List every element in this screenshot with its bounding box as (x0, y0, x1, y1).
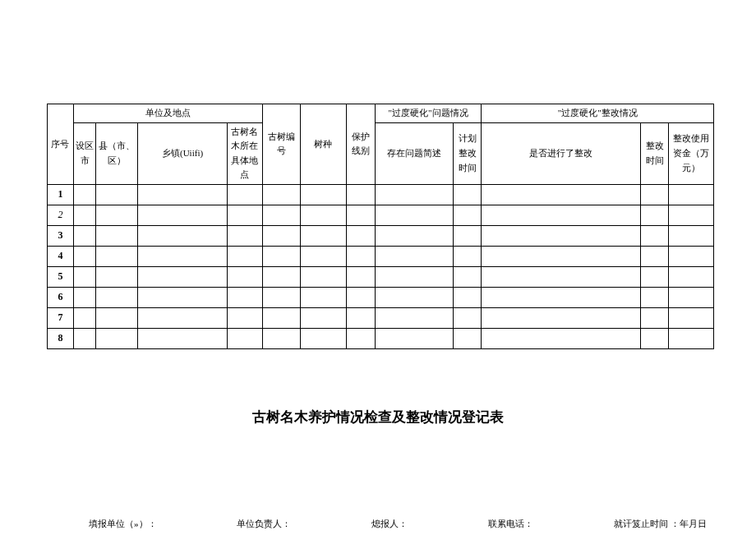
registration-table: 序号 单位及地点 古树编号 树种 保护线别 "过度硬化"问题情况 "过度硬化"整… (47, 104, 714, 349)
footer-contact: 联累电话： (488, 518, 533, 530)
table-row: 8 (48, 328, 714, 348)
header-specific-loc: 古树名木所在具体地点 (227, 122, 262, 184)
table-row: 7 (48, 307, 714, 328)
registration-table-container: 序号 单位及地点 古树编号 树种 保护线别 "过度硬化"问题情况 "过度硬化"整… (47, 104, 714, 349)
header-problem-group: "过度硬化"问题情况 (375, 104, 482, 123)
table-row: 2 (48, 205, 714, 225)
row-seq: 3 (48, 225, 74, 246)
header-tree-number: 古树编号 (262, 104, 300, 185)
header-rectify-time: 整改时间 (641, 122, 669, 184)
header-plan-time: 计划整改时间 (454, 122, 482, 184)
table-row: 4 (48, 246, 714, 266)
header-problem-desc: 存在问题简述 (375, 122, 454, 184)
footer-fill-unit: 填报单位（»）： (89, 518, 157, 530)
header-rectify-done: 是否进行了整改 (482, 122, 641, 184)
document-title: 古树名木养护情况检查及整改情况登记表 (0, 408, 756, 427)
row-seq: 7 (48, 307, 74, 328)
table-row: 3 (48, 225, 714, 246)
row-seq: 1 (48, 184, 74, 205)
row-seq: 6 (48, 287, 74, 307)
row-seq: 8 (48, 328, 74, 348)
row-seq: 4 (48, 246, 74, 266)
header-species: 树种 (300, 104, 347, 185)
header-protect-level: 保护线别 (347, 104, 375, 185)
table-body: 1 2 3 4 5 6 7 8 (48, 184, 714, 348)
footer-reporter: 熄报人： (371, 518, 408, 530)
header-location-group: 单位及地点 (73, 104, 262, 123)
header-rectify-fund: 整改使用资金（万元） (669, 122, 714, 184)
row-seq: 5 (48, 266, 74, 287)
table-row: 1 (48, 184, 714, 205)
row-seq: 2 (48, 205, 74, 225)
table-row: 5 (48, 266, 714, 287)
header-rectify-group: "过度硬化"整改情况 (482, 104, 714, 123)
header-county: 县（市、区） (96, 122, 138, 184)
header-seq: 序号 (48, 104, 74, 185)
table-row: 6 (48, 287, 714, 307)
footer-unit-head: 单位负责人： (237, 518, 291, 530)
header-town: 乡镇(Uiifi) (138, 122, 227, 184)
header-city: 设区市 (73, 122, 95, 184)
footer-line: 填报单位（»）： 单位负责人： 熄报人： 联累电话： 就讦笈止时间 ：年月日 (89, 518, 707, 530)
footer-deadline: 就讦笈止时间 ：年月日 (614, 518, 707, 530)
